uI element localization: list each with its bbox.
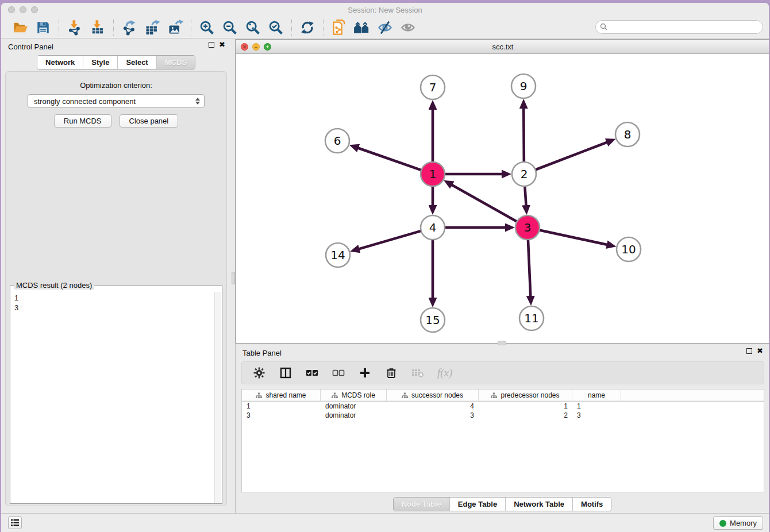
column-header-shared-name[interactable]: shared name <box>242 390 321 401</box>
table-cell[interactable]: 1 <box>242 402 321 410</box>
table-cell[interactable]: dominator <box>321 402 387 410</box>
table-cell[interactable]: 2 <box>479 411 572 419</box>
select-arrows-icon <box>194 98 202 105</box>
graph-node-4[interactable]: 4 <box>421 215 445 240</box>
graph-node-6[interactable]: 6 <box>325 129 349 153</box>
close-panel-button[interactable]: Close panel <box>120 114 179 128</box>
tab-node-table[interactable]: Node Table <box>394 498 450 511</box>
tab-mcds[interactable]: MCDS <box>157 56 195 69</box>
tab-style[interactable]: Style <box>83 56 118 69</box>
graph-edge-2-9[interactable] <box>523 108 524 162</box>
graph-svg[interactable]: 7968124314101511 <box>236 54 769 343</box>
tab-network-table[interactable]: Network Table <box>506 498 573 511</box>
graph-node-3[interactable]: 3 <box>515 215 540 240</box>
tab-select[interactable]: Select <box>118 56 156 69</box>
table-toolbar: f(x) <box>241 361 764 384</box>
graph-node-1[interactable]: 1 <box>421 162 445 186</box>
table-cell[interactable]: 4 <box>387 402 479 410</box>
close-panel-icon[interactable]: ✖ <box>219 42 225 48</box>
graph-edge-1-6[interactable] <box>358 148 421 171</box>
graph-node-14[interactable]: 14 <box>326 243 350 267</box>
table-settings-gear-icon[interactable] <box>252 366 266 380</box>
save-session-icon[interactable] <box>34 19 52 36</box>
zoom-fit-icon[interactable] <box>244 19 261 36</box>
clone-network-icon[interactable] <box>330 19 348 36</box>
graph-node-8[interactable]: 8 <box>615 122 640 147</box>
graph-node-10[interactable]: 10 <box>617 237 641 261</box>
graph-edge-2-8[interactable] <box>536 142 607 170</box>
mcds-panel: Optimization criterion: strongly connect… <box>5 71 227 506</box>
delete-column-trash-icon[interactable] <box>384 366 398 380</box>
sort-hierarchy-icon <box>402 392 408 399</box>
table-tabs: Node TableEdge TableNetwork TableMotifs <box>393 497 612 511</box>
table-cell[interactable]: 3 <box>572 411 621 419</box>
vertical-splitter[interactable] <box>231 39 236 513</box>
export-image-icon[interactable] <box>167 19 184 36</box>
table-cell[interactable]: dominator <box>321 411 387 419</box>
show-all-icon[interactable] <box>399 19 417 36</box>
zoom-out-icon[interactable] <box>221 19 238 36</box>
function-builder-icon-disabled: f(x) <box>437 367 452 379</box>
import-network-icon[interactable] <box>66 19 83 36</box>
optimization-criterion-select[interactable]: strongly connected component <box>28 94 205 108</box>
table-cell[interactable]: 3 <box>387 411 479 419</box>
refresh-icon[interactable] <box>299 19 316 36</box>
import-table-icon[interactable] <box>89 19 106 36</box>
hide-selected-icon[interactable] <box>376 19 394 36</box>
network-window-titlebar[interactable]: ✕ − + scc.txt <box>236 40 769 54</box>
table-close-panel-icon[interactable]: ✖ <box>757 348 763 354</box>
memory-status-icon <box>719 520 726 527</box>
select-all-columns-icon[interactable] <box>305 366 319 380</box>
run-mcds-button[interactable]: Run MCDS <box>54 114 111 128</box>
graph-edge-3-11[interactable] <box>528 240 530 296</box>
graph-node-9[interactable]: 9 <box>511 74 536 98</box>
float-panel-icon[interactable] <box>209 42 214 48</box>
task-history-button[interactable] <box>8 516 22 529</box>
table-row[interactable]: 1dominator411 <box>242 402 764 411</box>
list-icon <box>11 519 19 526</box>
mcds-result-legend: MCDS result (2 nodes) <box>14 281 94 290</box>
svg-text:6: 6 <box>334 134 341 148</box>
graph-edge-4-14[interactable] <box>359 231 421 249</box>
memory-button[interactable]: Memory <box>713 516 763 530</box>
svg-text:9: 9 <box>520 79 528 93</box>
search-box[interactable] <box>595 20 763 34</box>
column-header-successor-nodes[interactable]: successor nodes <box>387 390 479 401</box>
column-header-name[interactable]: name <box>572 390 621 401</box>
tab-network[interactable]: Network <box>37 56 83 69</box>
sort-hierarchy-icon <box>256 392 262 399</box>
show-columns-icon[interactable] <box>279 366 292 380</box>
mcds-result-list[interactable]: 13 <box>11 292 214 503</box>
unselect-all-columns-icon[interactable] <box>332 366 345 380</box>
graph-edge-3-1[interactable] <box>452 185 517 222</box>
table-cell[interactable]: 1 <box>572 402 621 410</box>
graph-edge-3-10[interactable] <box>540 230 607 245</box>
graph-node-15[interactable]: 15 <box>421 308 445 332</box>
graph-node-7[interactable]: 7 <box>421 75 445 99</box>
zoom-in-icon[interactable] <box>198 19 215 36</box>
export-table-icon[interactable] <box>144 19 161 36</box>
svg-text:7: 7 <box>429 80 437 94</box>
network-canvas[interactable]: 7968124314101511 <box>236 54 769 343</box>
vertical-splitter-handle[interactable] <box>232 272 235 284</box>
export-network-icon[interactable] <box>121 19 138 36</box>
table-panel-title: Table Panel <box>242 349 282 357</box>
graph-node-2[interactable]: 2 <box>512 162 536 186</box>
create-column-icon[interactable] <box>358 366 372 380</box>
column-header-predecessor-nodes[interactable]: predecessor nodes <box>479 390 572 401</box>
column-header-MCDS-role[interactable]: MCDS role <box>321 390 387 401</box>
graph-node-11[interactable]: 11 <box>519 306 544 330</box>
zoom-selected-icon[interactable] <box>267 19 284 36</box>
tab-edge-table[interactable]: Edge Table <box>450 498 506 511</box>
table-row[interactable]: 3dominator323 <box>242 411 764 420</box>
result-scrollbar[interactable] <box>214 292 221 503</box>
horizontal-splitter-handle[interactable] <box>498 341 506 345</box>
search-input[interactable] <box>609 22 763 32</box>
graph-edge-2-3[interactable] <box>525 186 526 206</box>
table-float-panel-icon[interactable] <box>746 348 752 354</box>
open-file-icon[interactable] <box>11 19 29 36</box>
tab-motifs[interactable]: Motifs <box>573 498 611 511</box>
first-neighbors-icon[interactable] <box>353 19 371 36</box>
table-cell[interactable]: 1 <box>479 402 572 410</box>
table-cell[interactable]: 3 <box>242 411 321 419</box>
